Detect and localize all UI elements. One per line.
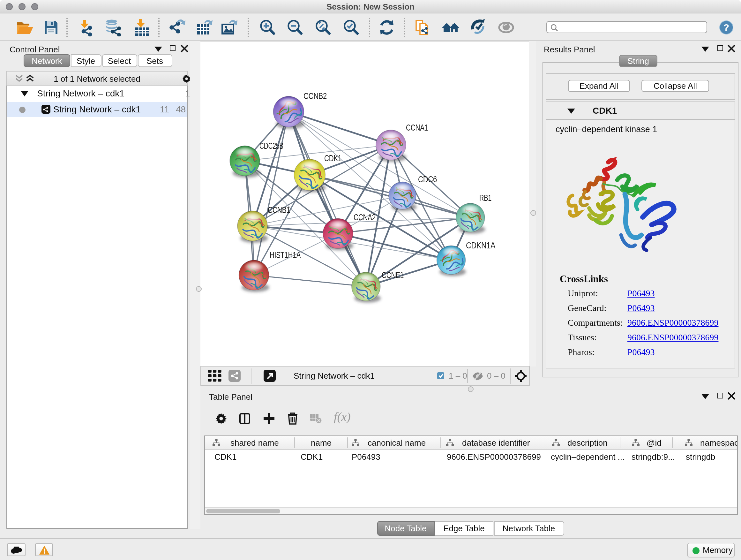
svg-text:CDK1: CDK1 [324, 153, 341, 163]
svg-text:CDKN1A: CDKN1A [466, 240, 495, 250]
svg-text:CCNE1: CCNE1 [382, 270, 404, 280]
svg-text:CCNB1: CCNB1 [268, 205, 290, 215]
svg-text:RB1: RB1 [479, 193, 491, 203]
svg-text:CDC25B: CDC25B [259, 141, 283, 151]
svg-text:CCNA2: CCNA2 [354, 212, 376, 222]
svg-text:CCNB2: CCNB2 [304, 91, 327, 101]
svg-text:CDC6: CDC6 [418, 174, 437, 184]
svg-text:HIST1H1A: HIST1H1A [270, 250, 301, 260]
svg-text:CCNA1: CCNA1 [406, 123, 428, 132]
